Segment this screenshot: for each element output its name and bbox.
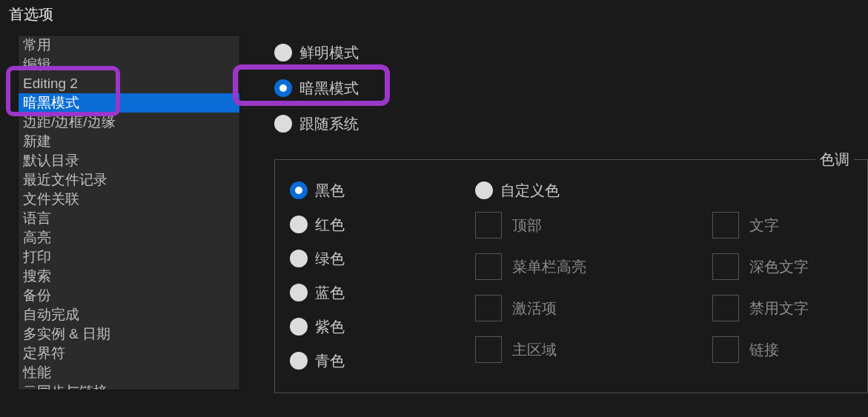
sidebar-item-fileassoc[interactable]: 文件关联 [19, 190, 239, 209]
tint-radio-blue[interactable]: 蓝色 [290, 276, 475, 310]
page-title: 首选项 [0, 0, 868, 35]
sidebar-item-multiinstance[interactable]: 多实例 & 日期 [19, 324, 239, 344]
tint-radio-custom[interactable]: 自定义色 [475, 173, 852, 207]
swatch-label: 菜单栏高亮 [512, 257, 586, 277]
sidebar-item-print[interactable]: 打印 [19, 247, 239, 267]
mode-radio-dark[interactable]: 暗黑模式 [274, 70, 868, 106]
swatch-link[interactable] [712, 336, 739, 363]
sidebar-item-delimiter[interactable]: 定界符 [19, 344, 239, 363]
swatch-label: 顶部 [512, 216, 586, 236]
tint-radio-red[interactable]: 红色 [290, 207, 475, 241]
radio-icon [475, 181, 493, 199]
tint-radio-cyan[interactable]: 青色 [290, 344, 475, 378]
radio-icon [290, 352, 308, 370]
swatch-menubar[interactable] [475, 253, 502, 280]
sidebar-item-new[interactable]: 新建 [19, 132, 239, 151]
sidebar-item-recent[interactable]: 最近文件记录 [19, 170, 239, 190]
radio-icon [290, 318, 308, 336]
radio-label: 蓝色 [315, 283, 345, 303]
sidebar-item-cloudlink[interactable]: 云同步与链接 [19, 382, 239, 390]
swatch-col-b: 文字 深色文字 禁用文字 链接 [712, 212, 809, 363]
radio-icon [274, 44, 292, 61]
tint-radio-purple[interactable]: 紫色 [290, 310, 475, 344]
tint-color-radios: 黑色 红色 绿色 蓝色 [290, 173, 475, 378]
radio-icon [290, 181, 308, 199]
radio-label: 绿色 [315, 249, 345, 269]
mode-radio-light[interactable]: 鲜明模式 [274, 35, 868, 70]
tint-radio-black[interactable]: 黑色 [290, 173, 475, 207]
tint-custom-area: 自定义色 顶部 菜单栏高亮 激活项 主区域 文字 深色文字 禁用文字 [475, 173, 852, 378]
sidebar-item-autocomplete[interactable]: 自动完成 [19, 305, 239, 324]
radio-icon [290, 250, 308, 267]
swatch-disabled[interactable] [712, 295, 739, 321]
radio-icon [274, 79, 292, 97]
radio-label: 紫色 [315, 317, 345, 337]
sidebar-item-darkmode[interactable]: 暗黑模式 [19, 93, 239, 113]
radio-label: 红色 [315, 215, 345, 235]
body-area: 常用 编辑 Editing 2 暗黑模式 边距/边框/边缘 新建 默认目录 最近… [0, 35, 868, 393]
radio-icon [274, 115, 292, 133]
swatch-active[interactable] [475, 295, 502, 321]
radio-label: 自定义色 [500, 181, 560, 201]
tint-radio-green[interactable]: 绿色 [290, 241, 475, 276]
tint-legend: 色调 [815, 150, 854, 170]
sidebar-item-backup[interactable]: 备份 [19, 286, 239, 305]
swatch-label: 深色文字 [749, 257, 809, 277]
radio-label: 跟随系统 [299, 114, 359, 134]
sidebar-item-highlight[interactable]: 高亮 [19, 228, 239, 247]
tint-fieldset: 色调 黑色 红色 绿色 [274, 159, 868, 393]
radio-icon [290, 216, 308, 233]
swatch-label: 链接 [749, 340, 809, 360]
swatch-label: 主区域 [512, 340, 586, 360]
sidebar-item-defaultdir[interactable]: 默认目录 [19, 151, 239, 170]
content-panel: 鲜明模式 暗黑模式 跟随系统 色调 黑色 红 [240, 35, 868, 393]
sidebar-item-edit[interactable]: 编辑 [19, 55, 239, 74]
sidebar-item-margins[interactable]: 边距/边框/边缘 [19, 113, 239, 132]
swatch-text[interactable] [712, 212, 739, 238]
sidebar: 常用 编辑 Editing 2 暗黑模式 边距/边框/边缘 新建 默认目录 最近… [18, 35, 240, 390]
sidebar-item-common[interactable]: 常用 [19, 36, 239, 55]
swatch-col-a: 顶部 菜单栏高亮 激活项 主区域 [475, 212, 586, 363]
sidebar-item-search[interactable]: 搜索 [19, 267, 239, 286]
swatch-label: 禁用文字 [749, 298, 809, 318]
swatch-label: 激活项 [512, 298, 586, 318]
swatch-label: 文字 [749, 216, 809, 236]
sidebar-item-editing2[interactable]: Editing 2 [19, 74, 239, 93]
swatch-top[interactable] [475, 212, 502, 238]
mode-radio-system[interactable]: 跟随系统 [274, 106, 868, 141]
swatch-mainarea[interactable] [475, 336, 502, 363]
radio-icon [290, 284, 308, 301]
sidebar-item-performance[interactable]: 性能 [19, 363, 239, 382]
radio-label: 暗黑模式 [299, 79, 359, 99]
radio-label: 鲜明模式 [299, 43, 359, 63]
swatch-darktext[interactable] [712, 253, 739, 280]
radio-label: 青色 [315, 351, 345, 371]
radio-label: 黑色 [315, 181, 345, 201]
sidebar-item-language[interactable]: 语言 [19, 209, 239, 228]
